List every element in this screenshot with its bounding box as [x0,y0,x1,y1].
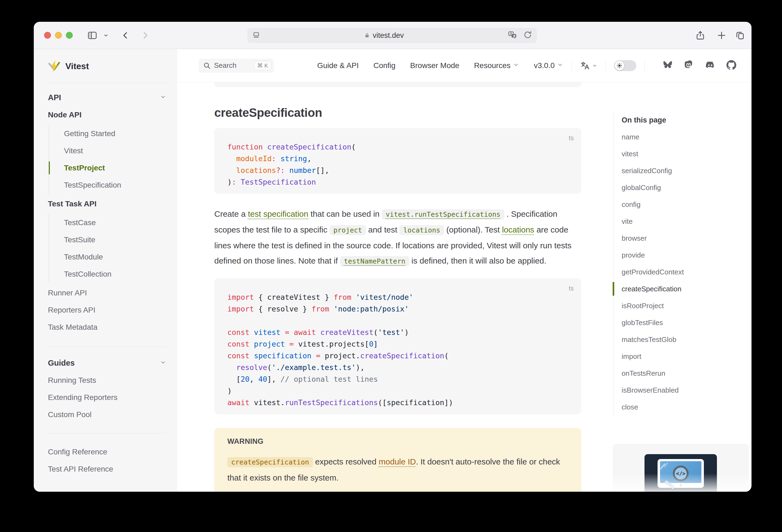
share-icon[interactable] [696,22,705,49]
nav-link-label: v3.0.0 [534,61,555,70]
text-run: and test [366,225,399,234]
code-line: const project = vitest.projects[0] [227,338,568,350]
reader-icon[interactable] [252,31,260,40]
sidebar-item-reporters-api[interactable]: Reporters API [48,302,166,319]
toc-item-provide[interactable]: provide [613,247,741,263]
sidebar-item-node-api[interactable]: Node API [48,106,166,123]
sidebar-section-guides[interactable]: Guides [48,354,166,371]
vitest-logo-icon [48,60,61,72]
code-language-badge: ts [569,283,574,294]
toc-item-isrootproject[interactable]: isRootProject [613,297,741,314]
search-shortcut: ⌘ K [254,61,271,70]
previous-code-block-remnant [214,82,581,87]
toc-item-isbrowserenabled[interactable]: isBrowserEnabled [613,382,741,399]
mastodon-icon[interactable] [684,60,693,71]
inline-link-locations[interactable]: locations [502,225,534,234]
sidebar-item-running-tests[interactable]: Running Tests [48,371,166,389]
new-tab-icon[interactable] [717,22,726,49]
toc-item-matchestestglob[interactable]: matchesTestGlob [613,331,741,348]
sidebar-toggle-icon[interactable] [87,22,98,49]
nav-link-config[interactable]: Config [373,61,395,70]
toc-item-name[interactable]: name [613,129,741,145]
minimize-window-button[interactable] [55,32,62,39]
toc-item-globtestfiles[interactable]: globTestFiles [613,314,741,331]
discord-icon[interactable] [705,60,715,71]
translate-icon[interactable]: A [507,30,517,41]
sidebar-item-testmodule[interactable]: TestModule [64,248,166,265]
bluesky-icon[interactable] [663,61,673,71]
nav-link-resources[interactable]: Resources [474,61,519,70]
forward-button[interactable] [141,22,150,49]
sidebar-item-testproject[interactable]: TestProject [64,159,166,176]
sidebar-item-getting-started[interactable]: Getting Started [64,125,166,142]
sponsor-card[interactable]: </> [613,444,749,492]
warning-body: createSpecification expects resolved mod… [227,454,568,486]
toc-item-serializedconfig[interactable]: serializedConfig [613,162,741,179]
inline-code-link-testnamepattern[interactable]: testNamePattern [340,256,409,266]
nav-link-guide-api[interactable]: Guide & API [317,61,359,70]
toc-item-vitest[interactable]: vitest [613,145,741,162]
sidebar-item-testspecification[interactable]: TestSpecification [64,176,166,193]
nav-divider [644,60,645,72]
code-line: [20, 40], // optional test lines [227,373,568,385]
toc-item-ontestsrerun[interactable]: onTestsRerun [613,365,741,382]
sidebar-item-testcase[interactable]: TestCase [64,214,166,231]
sidebar-section-label: Guides [48,359,75,367]
code-block-example: ts import { createVitest } from 'vitest/… [214,278,581,414]
toc-item-getprovidedcontext[interactable]: getProvidedContext [613,263,741,280]
inline-link-test-specification[interactable]: test specification [248,209,308,218]
code-language-badge: ts [569,132,574,144]
monitor-illustration: </> [657,459,704,488]
github-icon[interactable] [726,60,736,71]
main-content: createSpecification ts function createSp… [177,82,613,492]
text-run: (optional). Test [444,225,502,234]
nav-link-label: Config [373,61,395,70]
zoom-window-button[interactable] [66,32,73,39]
sidebar-divider [48,347,166,347]
nav-link-browser-mode[interactable]: Browser Mode [410,61,459,70]
nav-divider [571,60,572,72]
search-input[interactable]: Search ⌘ K [199,59,274,73]
theme-toggle[interactable] [614,60,636,71]
toc-item-close[interactable]: close [613,399,741,416]
safari-window: vitest.dev A [34,22,751,492]
sidebar-item-config-reference[interactable]: Config Reference [48,443,166,460]
browser-toolbar: vitest.dev A [34,22,751,49]
address-bar[interactable]: vitest.dev A [248,28,537,43]
tabs-overview-icon[interactable] [735,22,745,49]
chevron-down-icon [160,359,166,367]
text-run: that can be used in [308,209,382,218]
sidebar-item-vitest[interactable]: Vitest [64,142,166,159]
sidebar-item-test-api-reference[interactable]: Test API Reference [48,460,166,477]
sidebar-item-runner-api[interactable]: Runner API [48,284,166,302]
toc-item-createspecification[interactable]: createSpecification [613,280,741,297]
toc-item-browser[interactable]: browser [613,230,741,247]
sidebar-item-test-task-api[interactable]: Test Task API [48,195,166,212]
close-window-button[interactable] [44,32,51,39]
text-run: expects resolved [313,457,379,466]
docs-sidebar: Vitest APINode APIGetting StartedVitestT… [34,49,177,492]
sidebar-divider [48,433,166,433]
language-menu[interactable] [580,61,597,71]
sidebar-section-api[interactable]: API [48,89,166,106]
sidebar-item-testsuite[interactable]: TestSuite [64,231,166,248]
sidebar-item-custom-pool[interactable]: Custom Pool [48,406,166,423]
sidebar-chevron-icon[interactable] [103,22,109,49]
sidebar-item-extending-reporters[interactable]: Extending Reporters [48,389,166,406]
toc-item-vite[interactable]: vite [613,213,741,230]
nav-link-v3-0-0[interactable]: v3.0.0 [534,61,563,70]
reload-icon[interactable] [523,31,532,40]
toc-item-globalconfig[interactable]: globalConfig [613,179,741,196]
toc-item-config[interactable]: config [613,196,741,213]
sidebar-group: Getting StartedVitestTestProjectTestSpec… [49,125,166,193]
search-placeholder: Search [214,61,251,70]
toc-item-import[interactable]: import [613,348,741,365]
code-line: const vitest = await createVitest('test'… [227,326,568,338]
vitest-logo[interactable]: Vitest [48,60,166,72]
sidebar-item-testcollection[interactable]: TestCollection [64,265,166,283]
code-block-signature: ts function createSpecification( moduleI… [214,128,581,194]
inline-code-link-vitest-runtestspecifications[interactable]: vitest.runTestSpecifications [382,209,504,219]
inline-link-module-id[interactable]: module ID [379,457,416,466]
sidebar-item-task-metadata[interactable]: Task Metadata [48,319,166,336]
back-button[interactable] [121,22,130,49]
